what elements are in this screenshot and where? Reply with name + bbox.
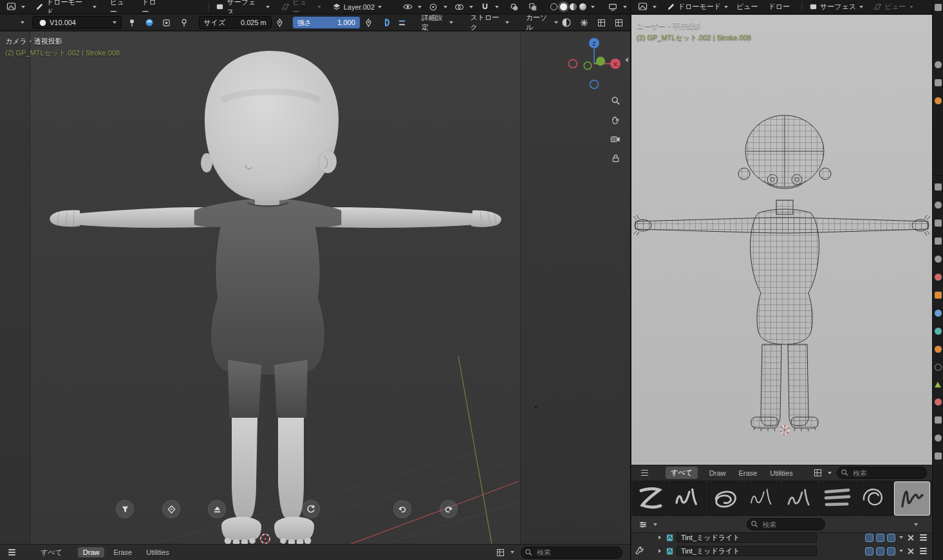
tab-scene[interactable] (935, 256, 942, 263)
brush-preview-spiral[interactable] (857, 481, 893, 516)
wireframe-shading-icon[interactable] (550, 3, 557, 10)
expand-arrow[interactable] (658, 549, 661, 553)
tab-constraints[interactable] (935, 364, 942, 371)
stroke-options-icon[interactable] (397, 17, 407, 28)
shelf-tab-erase[interactable]: Erase (108, 547, 137, 557)
menu-view[interactable]: ビュー (105, 0, 136, 14)
editor-type-button[interactable] (3, 1, 28, 14)
render-toggle[interactable] (887, 534, 895, 542)
snap-dropdown[interactable] (476, 1, 502, 14)
zoom-button[interactable] (609, 94, 622, 107)
falloff-dropdown[interactable] (425, 1, 451, 14)
shelf-tab-erase[interactable]: Erase (733, 468, 762, 478)
modifier-search-input[interactable] (747, 518, 825, 530)
brush-selector[interactable]: V10.004 (32, 16, 122, 29)
viewport-display-toggle[interactable] (876, 534, 884, 542)
menu-draw[interactable]: ドロー (763, 2, 796, 12)
strip-icon-d[interactable] (935, 453, 942, 460)
pivot-dropdown[interactable] (451, 1, 476, 14)
mirror-icon[interactable] (561, 17, 572, 28)
grid-snap-icon[interactable] (596, 17, 606, 28)
filter-button[interactable] (116, 500, 134, 518)
redo-button[interactable] (440, 500, 458, 518)
shading-mode-group[interactable] (546, 1, 598, 14)
guides-icon[interactable] (579, 17, 589, 28)
palette-icon[interactable] (162, 17, 172, 28)
visibility-dropdown[interactable] (399, 1, 425, 14)
strip-editor-icon[interactable] (935, 4, 942, 11)
tab-object[interactable] (935, 292, 942, 299)
3d-viewport-canvas[interactable]: ユーザー・平行投影 (2) GP_MTLセット.002 | Stroke.008 (631, 15, 932, 465)
brush-preview-scribble[interactable] (707, 481, 743, 516)
tab-physics[interactable] (935, 346, 942, 353)
strip-icon-pencil[interactable] (935, 97, 942, 104)
shelf-tab-all[interactable]: すべて (666, 467, 698, 479)
tab-world[interactable] (935, 274, 942, 281)
modifier-tab-wrench-icon[interactable] (635, 546, 645, 556)
modifier-extras-chevron[interactable] (899, 536, 903, 539)
pen-nib-button[interactable] (162, 500, 180, 518)
layer-dropdown[interactable]: Layer.002 (328, 1, 385, 14)
drawing-plane-dropdown[interactable]: ビュー (277, 1, 324, 14)
tab-material[interactable] (935, 398, 942, 406)
thumbnail-size-chevron[interactable] (828, 472, 832, 474)
tab-effects[interactable] (935, 328, 942, 335)
size-pressure-icon[interactable] (275, 17, 285, 28)
modifier-extras-chevron[interactable] (899, 550, 903, 552)
tab-object-data[interactable] (935, 382, 941, 387)
mode-selector[interactable]: ドローモード (662, 1, 731, 14)
tab-texture[interactable] (935, 416, 942, 424)
delete-modifier-icon[interactable] (907, 548, 914, 555)
strength-pressure-icon[interactable] (364, 17, 374, 28)
pan-hand-button[interactable] (609, 113, 622, 126)
stabilize-stroke-icon[interactable] (382, 17, 393, 28)
tool-settings-collapse[interactable] (21, 21, 24, 24)
brush-size-slider[interactable]: サイズ 0.025 m (199, 16, 272, 29)
edit-mode-toggle[interactable] (865, 547, 873, 555)
region-collapse-arrow[interactable] (625, 57, 628, 62)
modifier-menu-icon[interactable] (918, 532, 928, 543)
modifier-menu-icon[interactable] (918, 546, 928, 556)
thumbnail-size-icon[interactable] (495, 547, 505, 557)
shelf-tab-utilities[interactable]: Utilities (765, 468, 798, 478)
delete-modifier-icon[interactable] (907, 534, 914, 541)
lock-view-button[interactable] (609, 152, 622, 165)
menu-view[interactable]: ビュー (731, 2, 763, 12)
brush-preview-marker[interactable] (819, 481, 855, 516)
tab-view-layer[interactable] (935, 238, 942, 245)
advanced-settings-dropdown[interactable]: 詳細設定 (418, 16, 457, 29)
shelf-tab-all[interactable]: すべて (35, 546, 68, 559)
shelf-tab-utilities[interactable]: Utilities (141, 547, 174, 557)
edit-mode-toggle[interactable] (865, 534, 873, 542)
properties-editor-type-button[interactable] (637, 518, 660, 531)
tab-modifiers[interactable] (935, 310, 942, 317)
solid-shading-icon[interactable] (560, 3, 567, 10)
menu-draw[interactable]: ドロー (136, 0, 168, 14)
thumbnail-size-icon[interactable] (812, 468, 823, 478)
navigation-gizmo[interactable]: Z X (566, 35, 622, 92)
render-toggle[interactable] (887, 547, 895, 555)
shelf-search-input[interactable] (521, 546, 622, 559)
uv-grid-icon[interactable] (613, 17, 624, 28)
brush-preview-cursive[interactable] (670, 481, 706, 516)
panel-options-chevron[interactable] (914, 523, 918, 526)
rendered-shading-icon[interactable] (579, 3, 586, 10)
brush-strength-slider[interactable]: 強さ 1.000 (292, 16, 360, 29)
xray-toggle[interactable] (525, 1, 543, 14)
stroke-dropdown[interactable]: ストローク (467, 16, 512, 29)
thumbnail-size-chevron[interactable] (510, 551, 514, 554)
editor-type-button[interactable] (634, 1, 660, 14)
stroke-placement-dropdown[interactable]: サーフェス (805, 1, 866, 14)
brush-preview-cursive-thin[interactable] (745, 481, 781, 516)
shelf-tab-draw[interactable]: Draw (78, 547, 105, 557)
modifier-name-field[interactable]: Tint_ミッドライト (677, 546, 817, 556)
camera-view-button[interactable] (609, 133, 622, 145)
3d-viewport-canvas[interactable]: カメラ・透視投影 (2) GP_MTLセット.002 | Stroke.008 … (0, 32, 630, 544)
shelf-search-input[interactable] (837, 467, 927, 479)
expand-arrow[interactable] (658, 536, 661, 539)
brush-material-icon[interactable] (144, 17, 154, 28)
brush-preview-ink-selected[interactable] (894, 481, 930, 516)
stroke-placement-dropdown[interactable]: サーフェス (212, 1, 274, 14)
overlays-toggle[interactable] (506, 1, 525, 14)
pin-icon[interactable] (127, 17, 137, 28)
